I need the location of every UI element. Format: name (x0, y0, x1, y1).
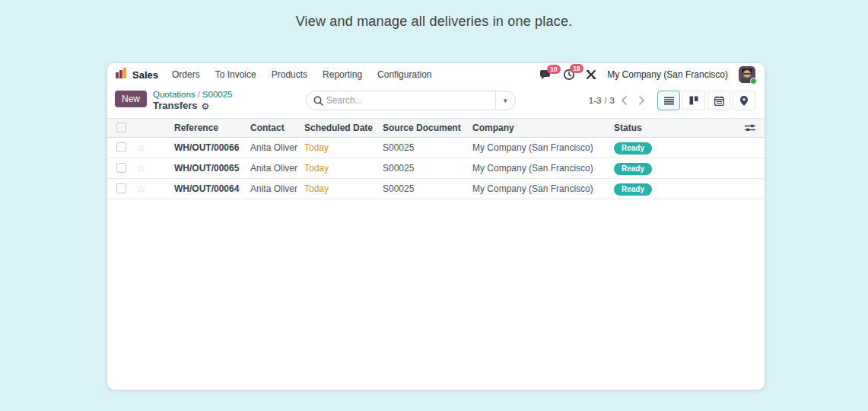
breadcrumb-s00025[interactable]: S00025 (202, 90, 233, 99)
cell-reference: WH/OUT/00065 (174, 163, 250, 174)
gear-icon[interactable]: ⚙ (202, 102, 210, 111)
menu-reporting[interactable]: Reporting (323, 69, 362, 80)
status-badge: Ready (614, 163, 652, 175)
menu-configuration[interactable]: Configuration (377, 69, 431, 80)
view-switcher (657, 91, 755, 110)
pager-previous-button[interactable] (616, 94, 632, 107)
transfers-table: Reference Contact Scheduled Date Source … (107, 118, 765, 199)
map-view-button[interactable] (733, 91, 755, 110)
column-header-reference[interactable]: Reference (174, 123, 250, 133)
row-checkbox[interactable] (116, 183, 126, 193)
cell-company: My Company (San Francisco) (472, 183, 614, 194)
cell-scheduled-date: Today (304, 163, 383, 174)
search-input[interactable] (323, 95, 495, 106)
app-name[interactable]: Sales (132, 69, 158, 81)
pager-total[interactable]: 3 (610, 96, 615, 105)
search-bar: ▾ (306, 91, 516, 110)
list-view-button[interactable] (657, 91, 680, 110)
table-row[interactable]: ☆ WH/OUT/00066 Anita Oliver Today S00025… (107, 138, 765, 158)
row-checkbox[interactable] (116, 142, 126, 152)
odoo-window: Sales Orders To Invoice Products Reporti… (107, 62, 765, 390)
user-avatar[interactable] (739, 66, 755, 83)
star-icon[interactable]: ☆ (136, 163, 174, 174)
activities-clock-icon[interactable]: 18 (563, 68, 575, 81)
table-row[interactable]: ☆ WH/OUT/00064 Anita Oliver Today S00025… (107, 179, 765, 199)
cell-contact: Anita Oliver (250, 183, 304, 194)
breadcrumb: Quotations/S00025 Transfers ⚙ (153, 89, 232, 113)
cell-reference: WH/OUT/00066 (174, 142, 250, 153)
cell-source-document: S00025 (383, 142, 472, 153)
navbar-right: 10 18 My Company (San Francisco) (540, 66, 755, 83)
online-status-dot (750, 78, 757, 84)
optional-columns-icon[interactable] (745, 123, 755, 132)
status-badge: Ready (614, 183, 652, 196)
menu-orders[interactable]: Orders (172, 69, 200, 80)
cell-source-document: S00025 (383, 163, 472, 174)
pager-range[interactable]: 1-3 (589, 96, 602, 105)
search-icon (313, 96, 323, 106)
column-header-contact[interactable]: Contact (250, 123, 304, 133)
table-row[interactable]: ☆ WH/OUT/00065 Anita Oliver Today S00025… (107, 158, 765, 179)
company-switcher[interactable]: My Company (San Francisco) (607, 69, 728, 80)
top-navbar: Sales Orders To Invoice Products Reporti… (107, 63, 765, 86)
cell-company: My Company (San Francisco) (472, 163, 614, 174)
breadcrumb-separator: / (198, 90, 200, 99)
cell-contact: Anita Oliver (250, 163, 304, 174)
breadcrumb-quotations[interactable]: Quotations (153, 90, 196, 99)
column-header-status[interactable]: Status (614, 123, 739, 133)
column-header-source-document[interactable]: Source Document (383, 123, 472, 133)
main-menu: Orders To Invoice Products Reporting Con… (172, 69, 432, 80)
cell-scheduled-date: Today (304, 142, 383, 153)
pager: 1-3 / 3 (589, 94, 650, 107)
view-title: Transfers (153, 100, 198, 112)
pager-next-button[interactable] (634, 94, 650, 107)
menu-to-invoice[interactable]: To Invoice (215, 69, 256, 80)
apps-menu-button[interactable]: Sales (115, 67, 158, 82)
pager-separator: / (604, 96, 606, 105)
column-header-company[interactable]: Company (472, 123, 614, 133)
select-all-checkbox[interactable] (116, 123, 126, 132)
tools-icon[interactable] (586, 69, 596, 80)
calendar-view-button[interactable] (707, 91, 730, 110)
cell-source-document: S00025 (383, 183, 472, 194)
cell-reference: WH/OUT/00064 (174, 183, 250, 194)
cell-company: My Company (San Francisco) (472, 142, 614, 153)
star-icon[interactable]: ☆ (136, 142, 174, 153)
menu-products[interactable]: Products (272, 69, 307, 80)
messages-count-badge: 10 (547, 65, 560, 74)
control-panel: New Quotations/S00025 Transfers ⚙ ▾ (107, 86, 765, 118)
cell-contact: Anita Oliver (250, 142, 304, 153)
column-header-scheduled-date[interactable]: Scheduled Date (304, 123, 383, 133)
kanban-view-button[interactable] (682, 91, 705, 110)
row-checkbox[interactable] (116, 163, 126, 173)
table-header-row: Reference Contact Scheduled Date Source … (107, 118, 765, 138)
search-dropdown-toggle[interactable]: ▾ (495, 91, 515, 110)
page-caption: View and manage all deliveries in one pl… (0, 0, 868, 30)
cell-scheduled-date: Today (304, 183, 383, 194)
status-badge: Ready (614, 142, 652, 155)
sales-app-icon (115, 67, 127, 82)
caret-down-icon: ▾ (504, 97, 507, 104)
star-icon[interactable]: ☆ (136, 183, 174, 194)
activities-count-badge: 18 (570, 64, 583, 73)
messages-icon[interactable]: 10 (540, 69, 552, 81)
new-button[interactable]: New (115, 91, 147, 107)
